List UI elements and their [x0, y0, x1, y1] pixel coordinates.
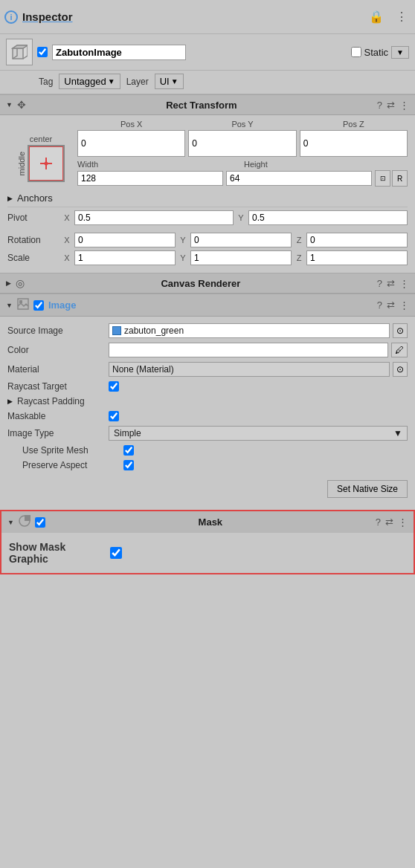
mask-section-wrapper: ▼ Mask ? ⇄ ⋮ Show Mask Graphic	[0, 510, 415, 574]
scale-x-label: X	[62, 253, 72, 262]
mask-help[interactable]: ?	[376, 516, 381, 528]
lock-button[interactable]: 🔒	[366, 8, 387, 25]
raycast-target-row: Raycast Target	[7, 379, 408, 394]
mask-title: Mask	[50, 516, 371, 528]
scale-y-input[interactable]	[190, 250, 292, 265]
material-value: None (Material) ⊙	[109, 362, 408, 377]
pivot-y-input[interactable]	[248, 210, 408, 225]
pos-z-input[interactable]	[300, 130, 408, 157]
color-eye-btn[interactable]: 🖊	[391, 343, 408, 357]
image-type-dropdown[interactable]: Simple ▼	[109, 426, 408, 441]
image-type-row: Image Type Simple ▼	[7, 424, 408, 443]
rotation-row: Rotation X Y Z	[7, 233, 408, 247]
reset-size-btn[interactable]: R	[392, 170, 408, 187]
constrain-proportions-btn[interactable]: ⊡	[375, 170, 390, 187]
source-image-label: Source Image	[7, 326, 104, 336]
pos-y-input[interactable]	[188, 130, 296, 157]
canvas-renderer-help[interactable]: ?	[377, 278, 382, 289]
preserve-aspect-checkbox[interactable]	[123, 460, 134, 470]
image-settings[interactable]: ⇄	[387, 299, 395, 311]
scale-z-label: Z	[294, 253, 304, 262]
image-collapse[interactable]: ▼	[6, 302, 13, 309]
static-checkbox[interactable]	[351, 47, 361, 57]
mask-collapse[interactable]: ▼	[7, 519, 14, 526]
color-picker-box[interactable]	[109, 343, 388, 357]
object-enabled-checkbox[interactable]	[37, 47, 48, 57]
anchors-collapse[interactable]: ▶	[7, 195, 13, 202]
width-input[interactable]	[77, 171, 223, 186]
menu-button[interactable]: ⋮	[393, 8, 411, 25]
source-image-value: zabuton_green ⊙	[109, 323, 408, 338]
scale-z-input[interactable]	[306, 250, 408, 265]
mask-settings[interactable]: ⇄	[385, 516, 393, 528]
source-image-target-btn[interactable]: ⊙	[393, 323, 408, 338]
rect-transform-help[interactable]: ?	[377, 100, 382, 111]
cube-icon	[6, 39, 33, 65]
image-section-header: ▼ Image ? ⇄ ⋮	[0, 294, 415, 317]
tag-dropdown[interactable]: Untagged ▼	[59, 74, 120, 89]
height-input[interactable]	[226, 171, 372, 186]
canvas-renderer-settings[interactable]: ⇄	[387, 278, 395, 289]
material-text: None (Material)	[112, 364, 174, 375]
material-label: Material	[7, 364, 104, 375]
set-native-size-button[interactable]: Set Native Size	[327, 480, 408, 498]
image-actions: ? ⇄ ⋮	[377, 299, 409, 311]
image-enabled-checkbox[interactable]	[33, 300, 44, 311]
source-image-thumb-icon	[112, 326, 121, 335]
pos-x-header: Pos X	[77, 120, 185, 129]
rotation-y-input[interactable]	[190, 233, 292, 247]
image-menu[interactable]: ⋮	[399, 299, 409, 311]
rotation-label: Rotation	[7, 235, 59, 245]
tag-value: Untagged	[64, 76, 106, 87]
rect-transform-icon: ✥	[17, 99, 26, 111]
image-title: Image	[48, 299, 373, 311]
mask-enabled-checkbox[interactable]	[35, 517, 45, 528]
canvas-renderer-collapse[interactable]: ▶	[6, 279, 11, 287]
mask-menu[interactable]: ⋮	[398, 516, 408, 528]
static-dropdown[interactable]: ▼	[391, 46, 409, 59]
layer-dropdown-arrow: ▼	[171, 77, 178, 85]
show-mask-graphic-checkbox[interactable]	[110, 547, 122, 559]
mask-actions: ? ⇄ ⋮	[376, 516, 408, 528]
scale-x-input[interactable]	[74, 250, 176, 265]
rotation-y-label: Y	[178, 236, 188, 244]
rotation-z-input[interactable]	[306, 233, 408, 247]
tag-dropdown-arrow: ▼	[108, 77, 115, 85]
object-name-input[interactable]	[52, 45, 186, 60]
canvas-renderer-icon: ◎	[16, 277, 25, 289]
rect-transform-actions: ? ⇄ ⋮	[377, 100, 409, 111]
maskable-checkbox[interactable]	[109, 411, 119, 421]
rotation-x-input[interactable]	[74, 233, 176, 247]
material-target-btn[interactable]: ⊙	[393, 362, 408, 377]
canvas-renderer-menu[interactable]: ⋮	[399, 278, 409, 289]
use-sprite-mesh-checkbox[interactable]	[123, 445, 134, 456]
anchor-box[interactable]	[28, 145, 65, 182]
maskable-label: Maskable	[7, 411, 104, 421]
anchors-label: Anchors	[17, 192, 53, 204]
inspector-header: i Inspector 🔒 ⋮	[0, 0, 415, 34]
raycast-target-checkbox[interactable]	[109, 381, 119, 392]
color-label: Color	[7, 345, 104, 355]
rect-transform-collapse[interactable]: ▼	[6, 101, 13, 108]
pos-x-input[interactable]	[77, 130, 185, 157]
preserve-aspect-value	[123, 460, 408, 470]
layer-dropdown[interactable]: UI ▼	[155, 74, 184, 89]
rect-transform-header: ▼ ✥ Rect Transform ? ⇄ ⋮	[0, 94, 415, 115]
static-label: Static	[364, 47, 389, 58]
header-actions: 🔒 ⋮	[366, 8, 411, 25]
raycast-padding-row: ▶ Raycast Padding	[7, 394, 408, 409]
rect-transform-menu[interactable]: ⋮	[399, 100, 409, 111]
pivot-x-input[interactable]	[74, 210, 234, 225]
rect-transform-content: Pos X Pos Y Pos Z center middle	[0, 115, 415, 273]
image-help[interactable]: ?	[377, 299, 382, 311]
center-label: center	[30, 135, 53, 143]
scale-label: Scale	[7, 253, 59, 263]
pivot-x-label: X	[62, 213, 72, 222]
source-image-box[interactable]: zabuton_green	[109, 323, 390, 338]
image-type-label: Image Type	[7, 428, 104, 438]
show-mask-graphic-label: Show Mask Graphic	[9, 541, 106, 565]
image-type-text: Simple	[114, 428, 141, 438]
rect-transform-settings[interactable]: ⇄	[387, 100, 395, 111]
raycast-padding-collapse[interactable]: ▶	[7, 398, 13, 405]
material-box[interactable]: None (Material)	[109, 362, 390, 377]
